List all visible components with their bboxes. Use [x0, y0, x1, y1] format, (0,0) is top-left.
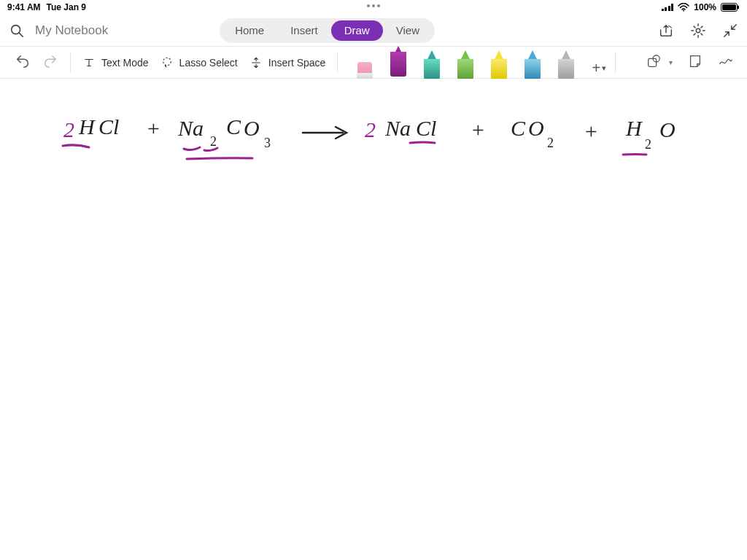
ipad-status-bar: 9:41 AM Tue Jan 9 100%: [0, 0, 747, 15]
ink-underline-3: [187, 158, 252, 159]
svg-point-7: [163, 58, 171, 66]
ink-plus-2: +: [471, 117, 485, 141]
scribble-icon[interactable]: [718, 53, 734, 72]
multitask-dots-icon[interactable]: [367, 4, 380, 7]
blue-pen[interactable]: [520, 50, 545, 79]
ink-C2: C: [511, 116, 526, 140]
eraser-tool[interactable]: [352, 50, 377, 79]
insert-space-label: Insert Space: [268, 57, 326, 69]
ink-Cl: Cl: [98, 114, 119, 139]
text-mode-label: Text Mode: [101, 57, 149, 69]
battery-icon: [721, 3, 740, 12]
ink-underline-1: [63, 145, 89, 147]
tab-draw[interactable]: Draw: [331, 20, 383, 41]
ink-underline-5: [623, 155, 646, 155]
teal-pen[interactable]: [419, 50, 444, 79]
ink-H2: H: [625, 116, 643, 140]
svg-rect-2: [722, 4, 736, 10]
chevron-down-icon: ▾: [669, 58, 673, 66]
ink-sub2a: 2: [210, 134, 217, 149]
ink-sub3: 3: [264, 136, 271, 150]
share-icon[interactable]: [658, 23, 674, 39]
draw-toolbar: Text Mode Lasso Select Insert Space + ▾ …: [0, 47, 747, 79]
battery-percent: 100%: [694, 2, 716, 12]
ink-H: H: [78, 114, 96, 139]
chevron-down-icon: ▾: [602, 63, 606, 73]
signal-icon: [662, 4, 674, 11]
ink-C: C: [226, 114, 241, 139]
notebook-title[interactable]: My Notebook: [35, 23, 108, 38]
divider: [337, 52, 338, 73]
undo-button[interactable]: [15, 53, 31, 72]
svg-rect-8: [649, 58, 657, 66]
svg-line-5: [19, 33, 23, 36]
ink-plus-1: +: [146, 116, 160, 140]
search-icon[interactable]: [9, 23, 25, 39]
lasso-select-label: Lasso Select: [179, 57, 238, 69]
ink-sub2c: 2: [645, 137, 651, 152]
ink-O: O: [244, 116, 260, 140]
gear-icon[interactable]: [690, 23, 706, 39]
gray-pen[interactable]: [554, 50, 578, 79]
ink-layer: 2 H Cl + Na 2 C O 3 2 Na Cl + C O: [0, 79, 747, 560]
svg-rect-3: [738, 6, 739, 9]
add-pen-button[interactable]: + ▾: [587, 58, 611, 79]
wifi-icon: [678, 3, 689, 12]
tab-insert[interactable]: Insert: [277, 20, 331, 41]
insert-space-button[interactable]: Insert Space: [249, 56, 326, 69]
status-date: Tue Jan 9: [47, 2, 86, 12]
divider: [615, 52, 616, 73]
divider: [70, 52, 71, 73]
top-nav: My Notebook Home Insert Draw View: [0, 15, 747, 47]
shapes-menu-button[interactable]: [646, 53, 662, 72]
lasso-select-button[interactable]: Lasso Select: [160, 56, 238, 69]
ink-plus-3: +: [584, 119, 598, 143]
ink-underline-4: [410, 142, 435, 143]
ink-O2: O: [528, 116, 544, 140]
ink-Na: Na: [177, 116, 204, 140]
tab-view[interactable]: View: [383, 20, 433, 41]
green-pen[interactable]: [453, 50, 478, 79]
yellow-highlighter[interactable]: [487, 50, 511, 79]
ink-coef-2: 2: [63, 117, 74, 141]
ink-O3: O: [659, 117, 676, 141]
redo-button[interactable]: [42, 53, 58, 72]
mode-tabs: Home Insert Draw View: [220, 18, 435, 43]
tab-home[interactable]: Home: [222, 20, 277, 41]
ink-Na2: Na: [384, 116, 411, 140]
ink-Cl2: Cl: [416, 116, 436, 140]
plus-icon: +: [592, 60, 600, 77]
ink-sub2b: 2: [547, 136, 554, 150]
status-time: 9:41 AM: [7, 2, 41, 12]
collapse-icon[interactable]: [722, 23, 738, 39]
drawing-canvas[interactable]: 2 H Cl + Na 2 C O 3 2 Na Cl + C O: [0, 79, 747, 560]
sticky-note-button[interactable]: [687, 53, 703, 72]
svg-point-6: [696, 28, 700, 33]
ink-coef-2b: 2: [365, 117, 376, 141]
svg-point-0: [683, 10, 684, 12]
text-mode-button[interactable]: Text Mode: [82, 56, 149, 69]
pen-palette: + ▾: [352, 46, 611, 79]
magenta-marker[interactable]: [386, 46, 411, 79]
